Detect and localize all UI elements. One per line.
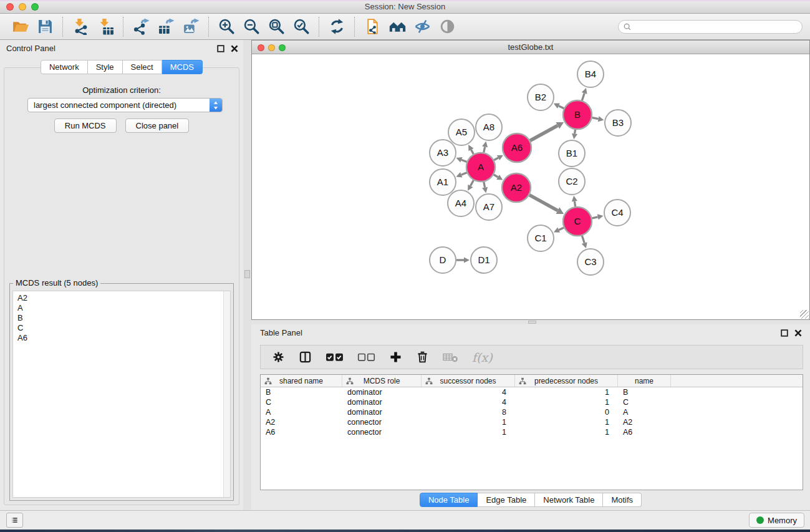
tab-network-table[interactable]: Network Table <box>535 493 603 507</box>
node-A8[interactable]: A8 <box>476 114 502 140</box>
minimize-window-icon[interactable] <box>19 3 26 11</box>
table-cell[interactable]: connector <box>342 427 422 437</box>
resize-grip[interactable] <box>800 310 809 319</box>
table-cell[interactable]: 1 <box>515 427 618 437</box>
vertical-split-divider[interactable] <box>243 40 251 510</box>
tab-select[interactable]: Select <box>123 60 162 74</box>
node-D[interactable]: D <box>430 247 456 273</box>
edge-A-A4[interactable] <box>468 180 473 191</box>
optimization-select[interactable]: largest connected component (directed) <box>27 98 223 112</box>
table-cell[interactable]: 8 <box>422 407 515 417</box>
tab-node-table[interactable]: Node Table <box>420 493 478 507</box>
column-header-predecessor-nodes[interactable]: predecessor nodes <box>515 375 618 387</box>
node-B4[interactable]: B4 <box>577 61 604 87</box>
table-cell[interactable]: dominator <box>342 397 422 407</box>
mcds-result-item[interactable]: A6 <box>17 333 226 343</box>
table-cell[interactable]: C <box>618 397 671 407</box>
tab-motifs[interactable]: Motifs <box>603 493 642 507</box>
edge-A6-B[interactable] <box>530 122 564 141</box>
table-cell[interactable]: connector <box>342 417 422 427</box>
divider-grip[interactable] <box>244 270 250 278</box>
node-B3[interactable]: B3 <box>605 110 631 136</box>
show-graphics-button[interactable] <box>435 16 460 37</box>
edge-A-A6[interactable] <box>494 155 503 160</box>
settings-button[interactable] <box>268 348 289 367</box>
float-panel-button[interactable] <box>217 45 224 52</box>
column-header-mcds-role[interactable]: MCDS role <box>342 375 422 387</box>
table-cell[interactable]: B <box>618 387 671 397</box>
node-A1[interactable]: A1 <box>430 169 456 195</box>
close-panel-button[interactable] <box>231 45 238 52</box>
network-window-titlebar[interactable]: testGlobe.txt <box>252 41 809 54</box>
import-table-button[interactable] <box>93 16 118 37</box>
table-cell[interactable]: A2 <box>261 417 342 427</box>
select-all-button[interactable] <box>322 348 347 367</box>
network-graph[interactable]: B4B2BB3A8A5A6A3B1AA1C2A2A4A7C4CC1C3DD1 <box>252 55 808 319</box>
node-D1[interactable]: D1 <box>471 247 497 273</box>
clone-network-button[interactable] <box>360 16 385 37</box>
edge-B-B1[interactable] <box>572 130 577 139</box>
table-cell[interactable]: 1 <box>515 417 618 427</box>
mcds-result-item[interactable]: A <box>17 303 226 313</box>
task-history-button[interactable] <box>6 513 23 528</box>
table-cell[interactable]: 4 <box>422 397 515 407</box>
edge-A-A7[interactable] <box>482 182 488 193</box>
table-row[interactable]: A2connector11A2 <box>261 417 803 427</box>
node-C1[interactable]: C1 <box>528 225 554 251</box>
zoom-selected-button[interactable] <box>289 16 314 37</box>
tab-edge-table[interactable]: Edge Table <box>478 493 535 507</box>
edge-A-A5[interactable] <box>468 145 473 154</box>
node-A6[interactable]: A6 <box>503 133 531 162</box>
node-A3[interactable]: A3 <box>430 140 456 166</box>
add-column-button[interactable] <box>385 348 406 367</box>
table-cell[interactable]: dominator <box>342 407 422 417</box>
table-row[interactable]: A6connector11A6 <box>261 427 803 437</box>
close-table-panel-button[interactable] <box>794 329 802 337</box>
export-table-button[interactable] <box>153 16 178 37</box>
node-A2[interactable]: A2 <box>502 173 531 202</box>
float-table-panel-button[interactable] <box>781 329 788 337</box>
node-C[interactable]: C <box>563 207 592 236</box>
home-button[interactable] <box>385 16 410 37</box>
save-session-button[interactable] <box>32 16 57 37</box>
table-cell[interactable]: A2 <box>618 417 671 427</box>
hide-graphics-button[interactable] <box>410 16 435 37</box>
minimize-network-icon[interactable] <box>268 44 275 51</box>
deselect-all-button[interactable] <box>354 348 379 367</box>
edge-D-D1[interactable] <box>456 257 470 263</box>
edge-C-C2[interactable] <box>572 196 577 206</box>
node-C2[interactable]: C2 <box>559 168 585 195</box>
column-header-shared-name[interactable]: shared name <box>261 375 342 387</box>
result-scrollbar[interactable] <box>223 291 230 497</box>
mcds-result-item[interactable]: C <box>17 323 226 333</box>
table-row[interactable]: Cdominator41C <box>261 397 803 407</box>
edge-B-B2[interactable] <box>554 104 564 109</box>
edge-A-A2[interactable] <box>494 175 503 180</box>
edge-B-B3[interactable] <box>592 116 604 122</box>
zoom-fit-button[interactable] <box>264 16 289 37</box>
maximize-network-icon[interactable] <box>279 44 286 51</box>
mcds-result-item[interactable]: A2 <box>17 293 226 303</box>
horizontal-split-divider[interactable] <box>251 320 810 324</box>
node-A[interactable]: A <box>466 153 495 181</box>
tab-style[interactable]: Style <box>88 60 123 74</box>
table-cell[interactable]: B <box>261 387 342 397</box>
column-header-name[interactable]: name <box>618 375 671 387</box>
zoom-out-button[interactable] <box>239 16 264 37</box>
table-cell[interactable]: C <box>261 397 342 407</box>
table-cell[interactable]: 1 <box>422 427 515 437</box>
table-cell[interactable]: 1 <box>515 387 618 397</box>
close-window-icon[interactable] <box>6 3 14 11</box>
table-row[interactable]: Adominator80A <box>261 407 803 417</box>
mcds-result-list[interactable]: A2ABCA6 <box>12 291 231 498</box>
zoom-in-button[interactable] <box>214 16 239 37</box>
split-view-button[interactable] <box>295 348 316 367</box>
node-C4[interactable]: C4 <box>604 200 630 226</box>
node-B1[interactable]: B1 <box>559 140 585 167</box>
search-input[interactable] <box>634 22 798 32</box>
maximize-window-icon[interactable] <box>31 3 39 11</box>
node-B[interactable]: B <box>563 100 592 129</box>
open-file-button[interactable] <box>7 16 32 37</box>
export-image-button[interactable] <box>178 16 203 37</box>
refresh-button[interactable] <box>324 16 349 37</box>
